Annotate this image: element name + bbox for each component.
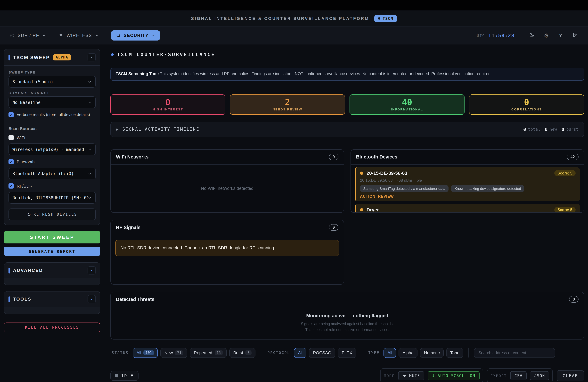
- stat-value: 2: [285, 98, 290, 106]
- filter-status-burst[interactable]: Burst 0: [229, 348, 255, 358]
- clear-button[interactable]: CLEAR: [557, 370, 584, 381]
- dark-mode-moon-icon[interactable]: [528, 32, 536, 39]
- bluetooth-adapter-select[interactable]: Bluetooth Adapter (hci0): [8, 168, 96, 179]
- bluetooth-device-card[interactable]: 20-15-DE-39-56-63 Score: 5 20:15:DE:39:5…: [355, 167, 580, 201]
- bluetooth-device-card[interactable]: Dryer Score: 5 68:3A:48:A9:8E:A4 -55 dBm…: [355, 204, 580, 212]
- filter-type-alpha[interactable]: Alpha: [399, 348, 418, 358]
- timeline-total-label: total: [528, 127, 540, 132]
- collapse-sweep-button[interactable]: ▾: [87, 53, 96, 62]
- filter-status-repeated[interactable]: Repeated 15: [190, 348, 227, 358]
- severity-dot-icon: [360, 208, 363, 211]
- wifi-panel-header: WiFi Networks 0: [111, 149, 344, 165]
- chevron-down-icon: [152, 34, 155, 37]
- filter-protocol-pocsag[interactable]: POCSAG: [309, 348, 335, 358]
- filter-status-all[interactable]: All 101: [133, 348, 158, 358]
- timeline-total-value: 0: [523, 127, 526, 132]
- wifi-panel-title: WiFi Networks: [116, 154, 149, 159]
- rfsdr-device-select[interactable]: Realtek, RTL2838UHIDIR (SN: 0000: [8, 192, 96, 204]
- help-icon[interactable]: ?: [557, 33, 565, 38]
- mode-label: MODE: [384, 374, 395, 378]
- refresh-devices-label: REFRESH DEVICES: [34, 212, 77, 217]
- start-sweep-button[interactable]: START SWEEP: [4, 231, 100, 243]
- chevron-down-icon: [87, 100, 92, 105]
- run-state-label: IDLE: [121, 373, 134, 378]
- filter-divider: [469, 348, 469, 357]
- accent-bar: [8, 296, 10, 302]
- timeline-burst-label: burst: [566, 127, 579, 132]
- timeline-toggle[interactable]: ▶ SIGNAL ACTIVITY TIMELINE: [116, 127, 199, 132]
- stat-correlations: 0 CORRELATIONS: [469, 94, 584, 115]
- filter-divider: [361, 348, 362, 357]
- filter-type-numeric[interactable]: Numeric: [420, 348, 444, 358]
- tscm-sweep-title: TSCM SWEEP: [13, 55, 50, 60]
- settings-gear-icon[interactable]: ⚙: [542, 32, 550, 39]
- filter-status-new[interactable]: New 71: [160, 348, 187, 358]
- sidebar: TSCM SWEEP ALPHA ▾ SWEEP TYPE Standard (…: [0, 44, 105, 332]
- accent-bar: [8, 267, 10, 273]
- nav-sdr-rf[interactable]: SDR / RF: [9, 33, 46, 38]
- chevron-down-icon: [87, 171, 92, 176]
- advanced-header[interactable]: ADVANCED ▸: [4, 263, 100, 278]
- filter-protocol-flex[interactable]: FLEX: [338, 348, 356, 358]
- page-heading: TSCM COUNTER-SURVEILLANCE: [110, 48, 584, 63]
- panel-grid: WiFi Networks 0 No WiFi networks detecte…: [110, 149, 584, 284]
- wifi-empty-state: No WiFi networks detected: [111, 165, 344, 212]
- export-label: EXPORT: [491, 374, 507, 378]
- refresh-devices-button[interactable]: ↻ REFRESH DEVICES: [8, 209, 96, 220]
- wifi-checkbox-row[interactable]: WiFi: [8, 135, 96, 140]
- rfsdr-checkbox[interactable]: ✓: [8, 183, 14, 189]
- sweep-type-select[interactable]: Standard (5 min): [8, 76, 96, 87]
- verbose-checkbox[interactable]: ✓: [8, 112, 14, 117]
- threats-empty-title: Monitoring active — nothing flagged: [306, 313, 388, 318]
- chevron-down-icon: [95, 34, 99, 37]
- tools-strip: [4, 307, 100, 314]
- stat-label: INFORMATIONAL: [391, 107, 423, 111]
- filter-protocol-all[interactable]: All: [294, 348, 307, 358]
- nav-sdr-rf-label: SDR / RF: [18, 33, 39, 38]
- filter-count: 71: [175, 350, 183, 355]
- verbose-checkbox-row[interactable]: ✓ Verbose results (store full device det…: [8, 112, 96, 117]
- threats-count-badge: 0: [569, 296, 579, 303]
- top-strip: [0, 0, 588, 10]
- filter-count: 101: [143, 350, 154, 355]
- search-input[interactable]: [474, 348, 555, 358]
- filter-type-all[interactable]: All: [383, 348, 396, 358]
- device-detail-row: 20:15:DE:39:56:63 -68 dBm ble: [360, 178, 576, 183]
- rfsdr-checkbox-row[interactable]: ✓ RF/SDR: [8, 183, 96, 189]
- export-csv-button[interactable]: CSV: [510, 371, 527, 380]
- stat-label: HIGH INTEREST: [153, 107, 183, 111]
- signal-activity-timeline[interactable]: ▶ SIGNAL ACTIVITY TIMELINE 0 total 0 new…: [110, 122, 584, 137]
- app-root: SIGNAL INTELLIGENCE & COUNTER SURVEILLAN…: [0, 0, 588, 382]
- type-filter-label: TYPE: [368, 351, 379, 355]
- tools-panel: TOOLS ▸: [4, 291, 100, 314]
- compare-against-select[interactable]: No Baseline: [8, 96, 96, 108]
- tools-header[interactable]: TOOLS ▸: [4, 292, 100, 307]
- filter-type-tone[interactable]: Tone: [446, 348, 463, 358]
- nav-wireless[interactable]: WIRELESS: [58, 33, 99, 38]
- stat-value: 0: [524, 98, 529, 106]
- logout-icon[interactable]: [571, 32, 579, 39]
- device-tags: Samsung SmartTag detected via manufactur…: [360, 185, 576, 192]
- page-title: TSCM COUNTER-SURVEILLANCE: [117, 52, 215, 58]
- expand-advanced-button[interactable]: ▸: [87, 266, 96, 275]
- generate-report-button[interactable]: GENERATE REPORT: [4, 247, 100, 256]
- tools-title: TOOLS: [13, 297, 32, 302]
- wifi-source-label: WiFi: [17, 135, 25, 140]
- rf-panel-header: RF Signals 0: [111, 220, 344, 235]
- timeline-new-label: new: [550, 127, 557, 132]
- auto-scroll-toggle[interactable]: ↓ AUTO-SCROLL ON: [427, 371, 479, 380]
- bluetooth-checkbox[interactable]: ✓: [8, 159, 14, 164]
- wifi-adapter-select[interactable]: Wireless (wlp61s0) - managed: [8, 144, 96, 155]
- nav-security[interactable]: SECURITY: [111, 30, 160, 41]
- wifi-checkbox[interactable]: [8, 135, 14, 140]
- expand-tools-button[interactable]: ▸: [87, 295, 96, 303]
- protocol-filter-label: PROTOCOL: [268, 351, 290, 355]
- mute-button[interactable]: MUTE: [398, 371, 424, 380]
- utc-label: UTC: [477, 34, 485, 37]
- export-json-button[interactable]: JSON: [530, 371, 549, 380]
- rfsdr-device-value: Realtek, RTL2838UHIDIR (SN: 0000: [12, 195, 87, 200]
- bluetooth-count-badge: 42: [567, 154, 579, 160]
- bluetooth-checkbox-row[interactable]: ✓ Bluetooth: [8, 159, 96, 164]
- refresh-icon: ↻: [27, 212, 31, 217]
- kill-all-processes-button[interactable]: KILL ALL PROCESSES: [4, 322, 100, 332]
